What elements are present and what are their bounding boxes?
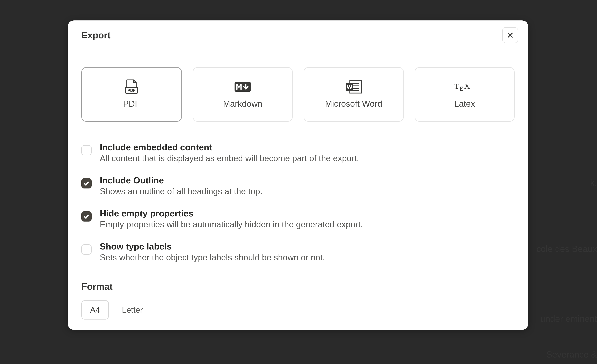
option-text: Include Outline Shows an outline of all … [100,175,262,196]
option-title: Show type labels [100,241,325,251]
page-format-section: Format A4 Letter [81,281,515,319]
option-text: Include embedded content All content tha… [100,142,359,163]
format-card-pdf[interactable]: PDF PDF [81,67,182,122]
svg-text:E: E [460,85,463,92]
word-icon [345,80,362,94]
option-title: Include Outline [100,175,262,185]
dialog-body: PDF PDF Markdown [68,50,528,330]
option-include-outline: Include Outline Shows an outline of all … [81,175,515,196]
format-label: Microsoft Word [325,99,382,109]
option-title: Hide empty properties [100,208,363,219]
markdown-icon [234,80,251,94]
option-text: Hide empty properties Empty properties w… [100,208,363,229]
format-card-word[interactable]: Microsoft Word [304,67,404,122]
check-icon [83,180,90,187]
format-card-markdown[interactable]: Markdown [193,67,293,122]
background-text-fragment: cole des Beaux [536,244,597,254]
option-include-embedded: Include embedded content All content tha… [81,142,515,163]
option-show-type-labels: Show type labels Sets whether the object… [81,241,515,262]
option-desc: Shows an outline of all headings at the … [100,186,262,196]
dialog-header: Export [68,20,528,50]
svg-rect-8 [346,83,353,91]
svg-text:X: X [464,82,470,90]
pdf-icon: PDF [125,80,138,94]
option-text: Show type labels Sets whether the object… [100,241,325,262]
format-label: Latex [454,99,475,109]
background-text-fragment: under eminent [540,314,597,324]
svg-text:T: T [454,82,459,90]
checkbox-hide-empty[interactable] [81,211,92,221]
option-desc: Empty properties will be automatically h… [100,220,363,229]
options-list: Include embedded content All content tha… [81,142,515,262]
format-label: Markdown [223,99,262,109]
dialog-title: Export [81,30,110,40]
svg-text:PDF: PDF [128,88,136,93]
page-format-title: Format [81,281,515,292]
background-text-fragment: k. [590,178,597,188]
checkbox-include-embedded[interactable] [81,145,92,155]
checkbox-include-outline[interactable] [81,178,92,189]
option-hide-empty: Hide empty properties Empty properties w… [81,208,515,229]
page-format-letter[interactable]: Letter [113,300,152,319]
page-format-row: A4 Letter [81,300,515,319]
close-icon [506,31,514,39]
close-button[interactable] [502,27,518,43]
page-format-a4[interactable]: A4 [81,300,109,319]
option-desc: Sets whether the object type labels shou… [100,253,325,262]
latex-icon: T E X [454,80,475,94]
background-text-fragment: Severance & [546,349,597,360]
option-title: Include embedded content [100,142,359,152]
checkbox-show-type-labels[interactable] [81,244,92,255]
export-dialog: Export PDF PDF [68,20,528,330]
check-icon [83,213,90,220]
format-card-latex[interactable]: T E X Latex [415,67,515,122]
option-desc: All content that is displayed as embed w… [100,153,359,163]
format-label: PDF [123,99,140,109]
export-format-grid: PDF PDF Markdown [81,67,515,122]
